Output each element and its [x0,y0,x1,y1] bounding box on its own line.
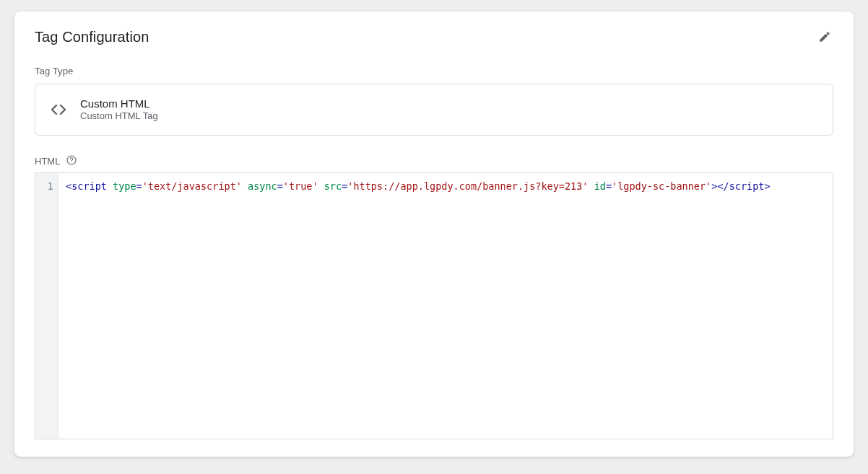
code-token: < [66,180,71,192]
tag-type-selector[interactable]: Custom HTML Custom HTML Tag [35,84,833,136]
code-token: script [71,180,107,192]
code-token: = [277,180,283,192]
code-token: 'text/javascript' [142,180,242,192]
line-number: 1 [35,179,53,193]
card-title: Tag Configuration [35,29,833,45]
code-token [318,180,324,192]
code-content[interactable]: <script type='text/javascript' async='tr… [58,173,833,439]
code-token [242,180,248,192]
code-token: script [729,180,765,192]
code-gutter: 1 [35,173,58,439]
html-field-label: HTML [35,156,60,167]
code-token: = [606,180,612,192]
code-token [589,180,594,192]
html-code-editor[interactable]: 1 <script type='text/javascript' async='… [35,172,833,439]
code-token: 'true' [283,180,318,192]
tag-type-name: Custom HTML [80,97,158,111]
tag-type-description: Custom HTML Tag [80,110,158,123]
edit-button[interactable] [815,27,835,48]
pencil-icon [818,30,831,45]
tag-configuration-card: Tag Configuration Tag Type Custom HTML C… [14,12,854,457]
code-token: 'https://app.lgpdy.com/banner.js?key=213… [347,180,588,192]
help-icon[interactable] [66,154,77,168]
code-token [107,180,113,192]
code-token: > [764,180,770,192]
code-token: type [113,180,136,192]
code-token: = [136,180,142,192]
code-token: </ [717,180,729,192]
code-token: 'lgpdy-sc-banner' [612,180,711,192]
tag-type-label: Tag Type [35,66,833,76]
code-token: id [594,180,606,192]
code-brackets-icon [50,101,80,118]
code-token: src [324,180,342,192]
svg-point-1 [71,162,72,163]
code-token: async [248,180,277,192]
